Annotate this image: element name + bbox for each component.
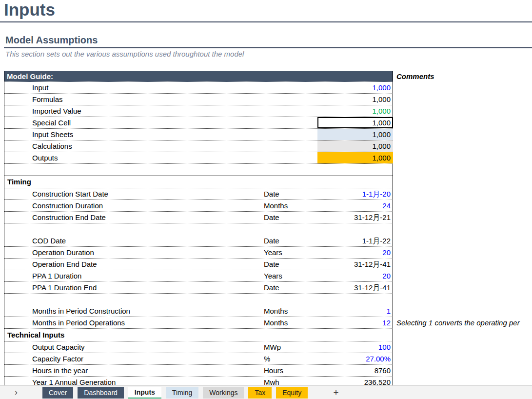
sheet-tab-workings[interactable]: Workings xyxy=(203,387,244,399)
row-unit: Hours xyxy=(264,365,317,376)
row-label: Operation End Date xyxy=(4,259,264,270)
row-comment xyxy=(393,140,532,152)
table-row: Calculations 1,000 xyxy=(4,140,532,152)
sheet-tab-inputs[interactable]: Inputs xyxy=(128,387,161,399)
section-header-technical-inputs: Technical Inputs xyxy=(4,329,64,341)
row-label: COD Date xyxy=(4,235,264,246)
table-row: Hours in the year Hours 8760 xyxy=(4,365,532,377)
sheet-tab-cover[interactable]: Cover xyxy=(42,387,73,399)
row-comment xyxy=(393,305,532,317)
row-label: Special Cell xyxy=(4,117,264,128)
row-comment xyxy=(393,377,532,385)
row-label: Construction End Date xyxy=(4,212,264,223)
section-title: Model Assumptions xyxy=(5,35,98,46)
row-unit xyxy=(264,152,317,163)
spacer-row xyxy=(4,164,532,176)
table-row: Output Capacity MWp 100 xyxy=(4,341,532,353)
row-unit: Date xyxy=(264,235,317,246)
input-value-cell[interactable]: 1,000 xyxy=(317,82,393,93)
row-comment xyxy=(393,152,532,164)
imported-value-cell[interactable]: 1,000 xyxy=(317,105,393,117)
input-value-cell[interactable]: 24 xyxy=(317,200,393,211)
comments-header: Comments xyxy=(393,71,532,82)
row-comment xyxy=(393,353,532,365)
row-unit: Months xyxy=(264,200,317,211)
table-row: Construction Duration Months 24 xyxy=(4,200,532,212)
row-label: Construction Duration xyxy=(4,200,264,211)
row-unit xyxy=(264,94,317,105)
row-unit: Months xyxy=(264,305,317,317)
row-unit: MWp xyxy=(264,341,317,353)
sheet-tabs: Cover Dashboard Inputs Timing Workings T… xyxy=(42,387,308,399)
input-value-cell[interactable]: 27.00% xyxy=(317,353,393,364)
formula-value-cell[interactable]: 31-12月-41 xyxy=(317,259,393,270)
row-label: Calculations xyxy=(4,140,264,152)
formula-value-cell[interactable]: 31-12月-21 xyxy=(317,212,393,223)
row-label: Operation Duration xyxy=(4,247,264,258)
input-value-cell[interactable]: 100 xyxy=(317,341,393,353)
table-row: Special Cell 1,000 xyxy=(4,117,532,129)
table-row: PPA 1 Duration Years 20 xyxy=(4,270,532,282)
row-comment xyxy=(393,94,532,105)
section-divider xyxy=(4,47,532,48)
table-row: Input 1,000 xyxy=(4,82,532,94)
sheet-tab-bar: › Cover Dashboard Inputs Timing Workings… xyxy=(0,385,532,399)
input-value-cell[interactable]: 12 xyxy=(317,317,393,328)
formula-value-cell[interactable]: 1-1月-22 xyxy=(317,235,393,246)
table-row: Months in Period Operations Months 12 Se… xyxy=(4,317,532,329)
row-label: PPA 1 Duration xyxy=(4,270,264,281)
row-label: Input Sheets xyxy=(4,129,264,140)
model-guide-header: Model Guide: xyxy=(4,71,393,82)
formula-value-cell[interactable]: 1,000 xyxy=(317,94,393,105)
input-value-cell[interactable]: 20 xyxy=(317,270,393,281)
table-row: Operation Duration Years 20 xyxy=(4,247,532,259)
tab-scroll-right-icon[interactable]: › xyxy=(12,387,20,398)
row-comment xyxy=(393,282,532,294)
section-header-row: Timing xyxy=(4,176,532,188)
input-value-cell[interactable]: 1 xyxy=(317,305,393,317)
sheet-tab-dashboard[interactable]: Dashboard xyxy=(78,387,124,399)
formula-value-cell[interactable]: 236,520 xyxy=(317,377,393,385)
spacer-row xyxy=(4,294,532,305)
row-comment: Selecting 1 converts the operating per xyxy=(393,317,532,329)
row-comment xyxy=(393,200,532,212)
row-label: Months in Period Operations xyxy=(4,317,264,328)
row-comment xyxy=(393,212,532,223)
table-row: Formulas 1,000 xyxy=(4,94,532,105)
row-label: Construction Start Date xyxy=(4,188,264,200)
row-comment xyxy=(393,247,532,259)
spreadsheet-grid: Model Guide: Comments Input 1,000 Formul… xyxy=(4,71,532,385)
row-unit: Date xyxy=(264,282,317,293)
sheet-tab-equity[interactable]: Equity xyxy=(276,387,308,399)
row-unit: Date xyxy=(264,188,317,200)
formula-value-cell[interactable]: 31-12月-41 xyxy=(317,282,393,293)
model-guide-header-row: Model Guide: Comments xyxy=(4,71,532,82)
special-value-cell[interactable]: 1,000 xyxy=(317,117,393,128)
row-label: Capacity Factor xyxy=(4,353,264,364)
table-row: Imported Value 1,000 xyxy=(4,105,532,117)
section-header-row: Technical Inputs xyxy=(4,329,532,341)
section-subtitle: This section sets out the various assump… xyxy=(5,50,244,58)
formula-value-cell[interactable]: 8760 xyxy=(317,365,393,376)
table-row: Input Sheets 1,000 xyxy=(4,129,532,140)
table-row: COD Date Date 1-1月-22 xyxy=(4,235,532,247)
table-row: Outputs 1,000 xyxy=(4,152,532,164)
input-value-cell[interactable]: 20 xyxy=(317,247,393,258)
row-unit xyxy=(264,140,317,152)
input-sheet-value-cell[interactable]: 1,000 xyxy=(317,129,393,140)
add-sheet-button[interactable]: + xyxy=(331,387,341,398)
calculation-value-cell[interactable]: 1,000 xyxy=(317,140,393,152)
row-unit xyxy=(264,117,317,128)
input-value-cell[interactable]: 1-1月-20 xyxy=(317,188,393,200)
table-row: Operation End Date Date 31-12月-41 xyxy=(4,259,532,270)
row-comment xyxy=(393,270,532,282)
row-comment xyxy=(393,117,532,129)
row-unit: Months xyxy=(264,317,317,328)
output-value-cell[interactable]: 1,000 xyxy=(317,152,393,163)
row-comment xyxy=(393,259,532,270)
row-label: Year 1 Annual Generation xyxy=(4,377,264,385)
row-label: PPA 1 Duration End xyxy=(4,282,264,293)
sheet-tab-tax[interactable]: Tax xyxy=(248,387,272,399)
row-comment xyxy=(393,341,532,353)
sheet-tab-timing[interactable]: Timing xyxy=(166,387,199,399)
